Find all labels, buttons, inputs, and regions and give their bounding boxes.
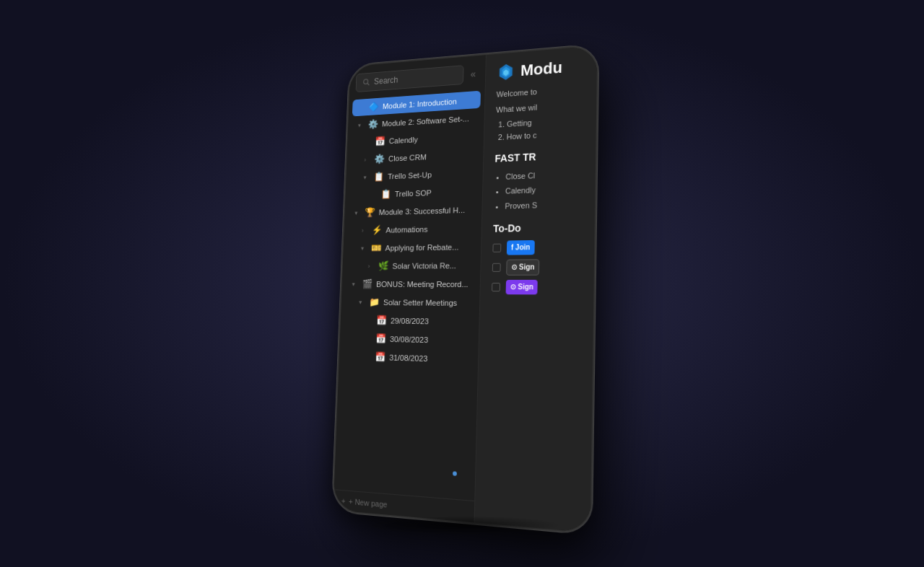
intro-list: GettingHow to c: [495, 114, 585, 144]
scroll-dot: [453, 471, 457, 476]
label-automations: Automations: [385, 224, 470, 234]
icon-solar-victoria: 🌿: [378, 260, 389, 271]
nav-tree: 🔷Module 1: Introduction▾⚙️Module 2: Soft…: [334, 89, 485, 501]
icon-date3: 📅: [375, 351, 385, 362]
fast-track-section: FAST TR Close ClCalendlyProven S: [494, 146, 584, 213]
sidebar: Search « 🔷Module 1: Introduction▾⚙️Modul…: [334, 55, 487, 522]
icon-solar-setter: 📁: [369, 296, 380, 307]
icon-bonus: 🎬: [362, 278, 372, 289]
phone-screen: Search « 🔷Module 1: Introduction▾⚙️Modul…: [334, 45, 598, 533]
todo-section: To-Do f Join⊙ Sign⊙ Sign: [492, 219, 583, 295]
todo-badge-todo2[interactable]: ⊙ Sign: [506, 259, 540, 276]
new-page-label: + New page: [349, 497, 388, 509]
chevron-solar-victoria: ›: [368, 263, 375, 270]
nav-item-module3[interactable]: ▾🏆Module 3: Successful H...: [348, 201, 478, 221]
icon-automations: ⚡: [372, 224, 383, 235]
todo-item-todo1: f Join: [492, 239, 583, 255]
chevron-bonus: ▾: [352, 281, 359, 288]
search-icon: [362, 78, 370, 87]
svg-line-1: [367, 83, 370, 85]
icon-close-crm: ⚙️: [374, 154, 385, 164]
page-header: Modu: [497, 56, 585, 82]
nav-item-date3[interactable]: 📅31/08/2023: [343, 347, 474, 369]
collapse-button[interactable]: «: [468, 66, 479, 81]
label-solar-setter: Solar Setter Meetings: [383, 298, 468, 307]
todo-item-todo3: ⊙ Sign: [492, 280, 582, 295]
label-date1: 29/08/2023: [391, 316, 468, 325]
todo-list: f Join⊙ Sign⊙ Sign: [492, 239, 583, 295]
label-module2: Module 2: Software Set-...: [382, 114, 474, 128]
new-page-icon: +: [341, 496, 346, 505]
search-placeholder: Search: [374, 75, 398, 87]
nav-item-applying-rebate[interactable]: ▾🎫Applying for Rebate...: [346, 237, 476, 257]
welcome-section: Welcome to What we wil GettingHow to c: [495, 82, 585, 144]
phone-shadow: [358, 516, 565, 535]
chevron-solar-setter: ▾: [359, 299, 365, 306]
nav-item-date1[interactable]: 📅29/08/2023: [344, 311, 475, 330]
icon-module1: 🔷: [368, 101, 378, 112]
icon-trello-setup: 📋: [373, 171, 384, 182]
nav-item-solar-victoria[interactable]: ›🌿Solar Victoria Re...: [346, 256, 476, 275]
spacer: [359, 107, 365, 108]
content-body: Welcome to What we wil GettingHow to c F…: [492, 82, 585, 299]
fast-track-item: Proven S: [505, 198, 583, 213]
nav-item-bonus[interactable]: ▾🎬BONUS: Meeting Record...: [346, 275, 476, 293]
label-applying-rebate: Applying for Rebate...: [385, 242, 470, 252]
chevron-module2: ▾: [358, 121, 365, 128]
scene: Search « 🔷Module 1: Introduction▾⚙️Modul…: [0, 0, 924, 567]
phone-device: Search « 🔷Module 1: Introduction▾⚙️Modul…: [332, 44, 599, 535]
todo-badge-todo1[interactable]: f Join: [507, 240, 535, 255]
label-trello-setup: Trello Set-Up: [388, 168, 472, 180]
todo-checkbox-todo3[interactable]: [492, 283, 500, 291]
chevron-applying-rebate: ▾: [361, 245, 367, 252]
label-date2: 30/08/2023: [390, 335, 468, 345]
app-logo: [497, 62, 515, 82]
todo-item-todo2: ⊙ Sign: [492, 259, 583, 276]
icon-module2: ⚙️: [368, 119, 378, 130]
fast-track-list: Close ClCalendlyProven S: [494, 167, 584, 213]
fast-track-item: Close Cl: [505, 167, 583, 183]
label-calendly: Calendly: [389, 132, 473, 145]
label-date3: 31/08/2023: [389, 353, 467, 364]
chevron-close-crm: ›: [364, 156, 370, 163]
label-close-crm: Close CRM: [388, 150, 473, 162]
label-trello-sop: Trello SOP: [395, 187, 471, 198]
nav-item-date2[interactable]: 📅30/08/2023: [344, 329, 475, 350]
chevron-trello-setup: ▾: [364, 173, 370, 180]
label-module1: Module 1: Introduction: [383, 96, 474, 110]
phone-wrapper: Search « 🔷Module 1: Introduction▾⚙️Modul…: [328, 49, 596, 518]
chevron-automations: ›: [362, 227, 368, 234]
icon-applying-rebate: 🎫: [371, 242, 382, 253]
icon-trello-sop: 📋: [380, 189, 391, 200]
label-bonus: BONUS: Meeting Record...: [376, 280, 469, 289]
icon-date2: 📅: [375, 333, 386, 344]
label-module3: Module 3: Successful H...: [379, 205, 471, 216]
todo-checkbox-todo1[interactable]: [492, 244, 501, 252]
todo-checkbox-todo2[interactable]: [492, 263, 501, 272]
icon-module3: 🏆: [365, 207, 375, 218]
main-content: Modu Welcome to What we wil GettingHow t…: [474, 45, 597, 533]
page-title: Modu: [520, 58, 562, 80]
todo-badge-todo3[interactable]: ⊙ Sign: [506, 280, 539, 295]
icon-date1: 📅: [376, 315, 387, 326]
fast-track-item: Calendly: [505, 183, 583, 198]
chevron-module3: ▾: [354, 209, 361, 216]
search-box[interactable]: Search: [356, 65, 464, 92]
nav-item-automations[interactable]: ›⚡Automations: [347, 219, 477, 239]
icon-calendly: 📅: [375, 136, 385, 146]
fast-track-heading: FAST TR: [494, 146, 584, 167]
todo-heading: To-Do: [493, 219, 583, 237]
nav-item-solar-setter[interactable]: ▾📁Solar Setter Meetings: [345, 293, 476, 312]
what-we-will-text: What we wil: [496, 98, 585, 116]
label-solar-victoria: Solar Victoria Re...: [392, 261, 469, 271]
